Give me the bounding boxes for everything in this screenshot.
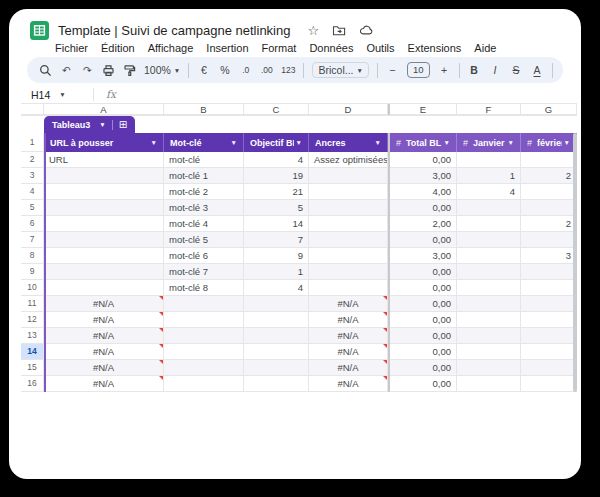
table-header-E[interactable]: #Total BL▼ [390,133,457,152]
cell-E7[interactable]: 0,00 [390,232,457,248]
cell-E5[interactable]: 0,00 [390,200,457,216]
menu-item-format[interactable]: Format [262,42,297,56]
cell-F9[interactable] [457,264,521,280]
row-header-16[interactable]: 16 [21,376,44,392]
cell-C10[interactable]: 4 [244,280,309,296]
cell-D2[interactable]: Assez optimisées [309,152,388,168]
menu-item-extensions[interactable]: Extensions [408,42,462,56]
cell-B7[interactable]: mot-clé 5 [164,232,244,248]
row-header-11[interactable]: 11 [21,296,44,312]
cell-F7[interactable] [457,232,521,248]
cell-E12[interactable]: 0,00 [390,312,457,328]
cell-B11[interactable] [164,296,244,312]
row-header-6[interactable]: 6 [21,216,44,232]
cell-E13[interactable]: 0,00 [390,328,457,344]
filter-chevron-icon[interactable]: ▼ [564,139,570,146]
filter-chevron-icon[interactable]: ▼ [231,139,237,146]
cell-C6[interactable]: 14 [244,216,309,232]
cell-B14[interactable] [164,344,244,360]
cell-F12[interactable] [457,312,521,328]
cell-G14[interactable] [521,344,577,360]
filter-chevron-icon[interactable]: ▼ [151,139,157,146]
document-title[interactable]: Template | Suivi de campagne netlinking [58,23,290,38]
cell-A14[interactable]: #N/A [44,344,164,360]
cell-D8[interactable] [309,248,388,264]
increase-decimals-icon[interactable]: .00 [260,62,273,78]
column-header-A[interactable]: A [44,104,164,115]
row-header-10[interactable]: 10 [21,280,44,296]
table-header-D[interactable]: Ancres▼ [309,133,388,152]
cell-F13[interactable] [457,328,521,344]
strikethrough-icon[interactable]: S [510,62,523,78]
cell-C14[interactable] [244,344,309,360]
table-tab[interactable]: Tableau3 ▼ ⊞ [44,116,135,133]
cell-F16[interactable] [457,376,521,392]
cell-B16[interactable] [164,376,244,392]
cell-B15[interactable] [164,360,244,376]
row-header-4[interactable]: 4 [21,184,44,200]
text-color-icon[interactable]: A [531,62,544,78]
cell-C12[interactable] [244,312,309,328]
select-all-corner[interactable] [21,104,44,115]
number-format-icon[interactable]: 123 [281,62,295,78]
cell-D3[interactable] [309,168,388,184]
cell-A15[interactable]: #N/A [44,360,164,376]
cell-C8[interactable]: 9 [244,248,309,264]
cell-B2[interactable]: mot-clé [164,152,244,168]
cell-A16[interactable]: #N/A [44,376,164,392]
cell-C3[interactable]: 19 [244,168,309,184]
column-header-C[interactable]: C [244,104,309,115]
filter-chevron-icon[interactable]: ▼ [444,139,450,146]
filter-chevron-icon[interactable]: ▼ [296,139,302,146]
cell-F6[interactable] [457,216,521,232]
print-icon[interactable] [102,62,115,78]
cell-D12[interactable]: #N/A [309,312,388,328]
name-box[interactable]: H14 ▼ [21,89,77,101]
cell-B8[interactable]: mot-clé 6 [164,248,244,264]
table-grid-icon[interactable]: ⊞ [119,120,127,130]
cell-A6[interactable] [44,216,164,232]
cell-E4[interactable]: 4,00 [390,184,457,200]
move-folder-icon[interactable] [332,24,346,37]
cell-G7[interactable] [521,232,577,248]
cell-G16[interactable] [521,376,577,392]
cell-D16[interactable]: #N/A [309,376,388,392]
cell-C15[interactable] [244,360,309,376]
zoom-select[interactable]: 100%▼ [144,64,180,76]
row-header-5[interactable]: 5 [21,200,44,216]
cell-G2[interactable] [521,152,577,168]
name-box-caret-icon[interactable]: ▼ [59,91,65,98]
cell-F2[interactable] [457,152,521,168]
cell-A3[interactable] [44,168,164,184]
row-header-14[interactable]: 14 [21,344,44,360]
cell-G9[interactable] [521,264,577,280]
cell-G3[interactable]: 2 [521,168,577,184]
menu-item-édition[interactable]: Édition [101,42,135,56]
cell-B13[interactable] [164,328,244,344]
cell-A13[interactable]: #N/A [44,328,164,344]
filter-chevron-icon[interactable]: ▼ [508,139,514,146]
cell-F5[interactable] [457,200,521,216]
cell-C5[interactable]: 5 [244,200,309,216]
table-header-G[interactable]: #février▼ [521,133,577,152]
table-header-A[interactable]: URL à pousser▼ [44,133,164,152]
cell-C9[interactable]: 1 [244,264,309,280]
cell-G8[interactable]: 3 [521,248,577,264]
cell-F4[interactable]: 4 [457,184,521,200]
cell-G11[interactable] [521,296,577,312]
cell-A11[interactable]: #N/A [44,296,164,312]
cell-G6[interactable]: 2 [521,216,577,232]
cloud-saved-icon[interactable] [359,24,374,36]
menu-item-données[interactable]: Données [309,42,353,56]
cell-G13[interactable] [521,328,577,344]
undo-icon[interactable]: ↶ [60,62,73,78]
cell-F14[interactable] [457,344,521,360]
row-header-1[interactable]: 1 [21,133,44,152]
search-icon[interactable] [39,62,52,78]
cell-G15[interactable] [521,360,577,376]
cell-F8[interactable] [457,248,521,264]
row-header-13[interactable]: 13 [21,328,44,344]
menu-item-outils[interactable]: Outils [366,42,394,56]
menu-item-aide[interactable]: Aide [474,42,496,56]
cell-E14[interactable]: 0,00 [390,344,457,360]
